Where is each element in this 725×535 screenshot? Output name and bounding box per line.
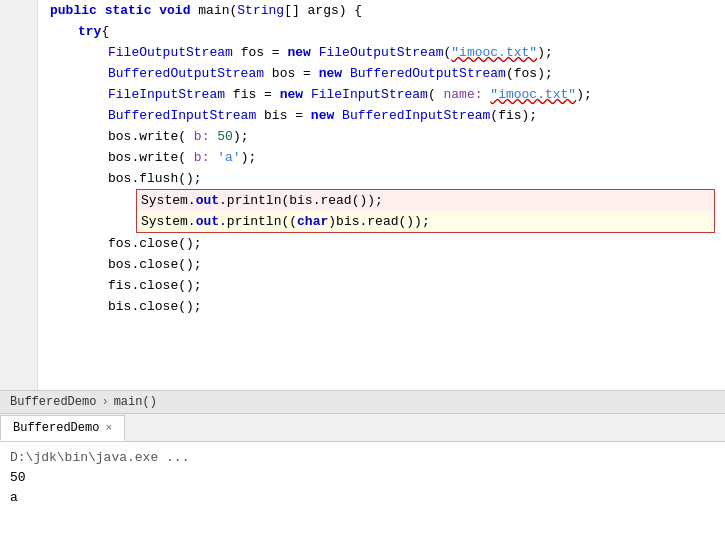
- param-name-label: name:: [444, 84, 483, 105]
- param-args: args) {: [308, 0, 363, 21]
- type-bos: BufferedOutputStream: [108, 63, 264, 84]
- keyword-new1: new: [287, 42, 310, 63]
- code-line-try: try {: [48, 21, 725, 42]
- code-line-bis-close: bis.close();: [48, 296, 725, 317]
- keyword-static: static: [105, 0, 152, 21]
- var-fis: fis: [233, 84, 256, 105]
- var-bos2: bos: [108, 126, 131, 147]
- type-bos2: BufferedOutputStream: [350, 63, 506, 84]
- method-write2: write: [139, 147, 178, 168]
- var-bos: bos: [272, 63, 295, 84]
- method-close2: close: [139, 254, 178, 275]
- tab-bar: BufferedDemo ×: [0, 414, 725, 442]
- code-line-flush: bos.flush();: [48, 168, 725, 189]
- keyword-new2: new: [319, 63, 342, 84]
- var-fis2: fis: [108, 275, 131, 296]
- keyword-void: void: [159, 0, 190, 21]
- line-numbers: [0, 0, 38, 390]
- line-num: [12, 0, 32, 21]
- var-bos4: bos: [108, 168, 131, 189]
- method-write1: write: [139, 126, 178, 147]
- breadcrumb-bar: BufferedDemo › main(): [0, 390, 725, 414]
- type-fos: FileOutputStream: [108, 42, 233, 63]
- console-output-1: 50: [10, 468, 715, 488]
- line-num: [12, 315, 32, 336]
- keyword-new4: new: [311, 105, 334, 126]
- keyword-char: char: [297, 211, 328, 232]
- keyword-new3: new: [280, 84, 303, 105]
- method-close1: close: [139, 233, 178, 254]
- code-line-method-sig: public static void main(String[] args) {: [48, 0, 725, 21]
- string-imooc1: "imooc.txt": [451, 42, 537, 63]
- arg-fos: fos: [514, 63, 537, 84]
- var-fos: fos: [241, 42, 264, 63]
- code-line-write1: bos.write( b: 50);: [48, 126, 725, 147]
- breadcrumb-class[interactable]: BufferedDemo: [10, 395, 96, 409]
- line-num: [12, 273, 32, 294]
- tab-close-button[interactable]: ×: [105, 422, 112, 434]
- code-lines: public static void main(String[] args) {…: [38, 0, 725, 317]
- line-num: [12, 42, 32, 63]
- var-fos2: fos: [108, 233, 131, 254]
- param-b1: b:: [194, 126, 210, 147]
- line-num: [12, 168, 32, 189]
- code-line-write2: bos.write( b: 'a');: [48, 147, 725, 168]
- type-bis2: BufferedInputStream: [342, 105, 490, 126]
- system2: System: [141, 211, 188, 232]
- param-b2: b:: [194, 147, 210, 168]
- code-line-fos: FileOutputStream fos = new FileOutputStr…: [48, 42, 725, 63]
- code-line-bos: BufferedOutputStream bos = new BufferedO…: [48, 63, 725, 84]
- code-line-println2: System.out.println((char)bis.read());: [137, 211, 714, 232]
- var-bis2: bis: [108, 296, 131, 317]
- arg-fis: fis: [498, 105, 521, 126]
- console-output-2: a: [10, 488, 715, 508]
- method-flush: flush: [139, 168, 178, 189]
- line-num: [12, 126, 32, 147]
- line-num: [12, 294, 32, 315]
- string-imooc2: "imooc.txt": [490, 84, 576, 105]
- type-bis: BufferedInputStream: [108, 105, 256, 126]
- code-line-bos-close: bos.close();: [48, 254, 725, 275]
- code-line-fos-close: fos.close();: [48, 233, 725, 254]
- type-string: String: [237, 0, 284, 21]
- line-num: [12, 336, 32, 357]
- method-close3: close: [139, 275, 178, 296]
- var-bis: bis: [264, 105, 287, 126]
- out2: out: [196, 211, 219, 232]
- code-line-bis: BufferedInputStream bis = new BufferedIn…: [48, 105, 725, 126]
- bis-read1: bis.read: [289, 190, 351, 211]
- line-num: [12, 21, 32, 42]
- line-num: [12, 357, 32, 378]
- line-num: [12, 147, 32, 168]
- code-line-fis-close: fis.close();: [48, 275, 725, 296]
- method-println1: println: [227, 190, 282, 211]
- breadcrumb-method[interactable]: main(): [114, 395, 157, 409]
- line-num: [12, 210, 32, 231]
- bracket: []: [284, 0, 300, 21]
- boxed-println-container: System.out.println(bis.read()); System.o…: [136, 189, 715, 233]
- type-fis2: FileInputStream: [311, 84, 428, 105]
- system1: System: [141, 190, 188, 211]
- breadcrumb-separator: ›: [101, 395, 108, 409]
- out1: out: [196, 190, 219, 211]
- tab-buffered-demo[interactable]: BufferedDemo ×: [0, 415, 125, 441]
- code-line-fis: FileInputStream fis = new FileInputStrea…: [48, 84, 725, 105]
- line-num: [12, 189, 32, 210]
- line-num: [12, 105, 32, 126]
- paren: (: [230, 0, 238, 21]
- keyword-try: try: [78, 21, 101, 42]
- var-bos3: bos: [108, 147, 131, 168]
- type-fos2: FileOutputStream: [319, 42, 444, 63]
- bis-read2: bis.read: [336, 211, 398, 232]
- method-println2: println: [227, 211, 282, 232]
- char-a: 'a': [217, 147, 240, 168]
- code-line-println1: System.out.println(bis.read());: [137, 190, 714, 211]
- console-command: D:\jdk\bin\java.exe ...: [10, 448, 715, 468]
- try-brace: {: [101, 21, 109, 42]
- type-fis: FileInputStream: [108, 84, 225, 105]
- line-num: [12, 231, 32, 252]
- keyword-public: public: [50, 0, 97, 21]
- tab-label: BufferedDemo: [13, 421, 99, 435]
- console-area: D:\jdk\bin\java.exe ... 50 a: [0, 442, 725, 535]
- line-num: [12, 84, 32, 105]
